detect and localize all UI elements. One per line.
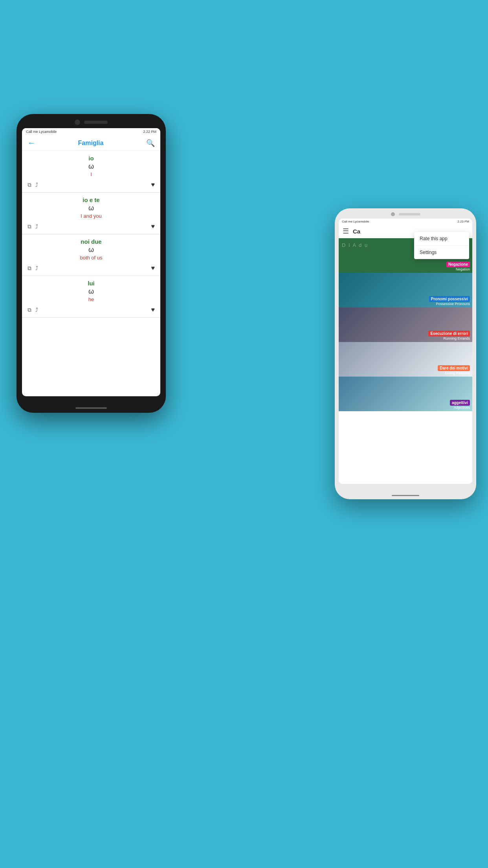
left-phone: Call me Lycamobile 2.22 PM ← Famiglia 🔍 …: [17, 114, 166, 413]
right-phone: Call me Lycamobile 2.23 PM ☰ Ca Rate thi…: [335, 208, 476, 499]
back-button-left[interactable]: ←: [28, 138, 35, 147]
vocab-italian-2: io e te: [28, 197, 155, 203]
dropdown-menu: Rate this app Settings: [414, 232, 469, 259]
share-icon-1[interactable]: ⤴: [35, 182, 38, 188]
vocab-script-3: ω: [28, 246, 155, 254]
vocab-english-4: he: [28, 296, 155, 302]
status-bar-left: Call me Lycamobile 2.22 PM: [22, 128, 160, 135]
category-english-esecuzione: Running Errands: [428, 337, 470, 340]
vocab-card-io-e-te: io e te ω I and you ⧉ ⤴ ♥: [22, 193, 160, 234]
status-bar-right: Call me Lycamobile 2.23 PM: [339, 219, 472, 224]
heart-icon-3[interactable]: ♥: [151, 265, 155, 272]
right-phone-screen: Call me Lycamobile 2.23 PM ☰ Ca Rate thi…: [339, 219, 472, 484]
copy-icon-4[interactable]: ⧉: [28, 307, 31, 313]
vocab-actions-2: ⧉ ⤴ ♥: [28, 221, 155, 232]
category-english-negazione: Negation: [446, 267, 470, 271]
category-english-aggettivi: Adjectives: [450, 406, 470, 410]
category-italian-dare: Dare dei motivi: [438, 365, 470, 371]
vocab-italian-3: noi due: [28, 238, 155, 245]
vocab-italian-4: lui: [28, 280, 155, 287]
category-label-esecuzione: Esecuzione di errori Running Errands: [426, 328, 472, 342]
category-italian-esecuzione: Esecuzione di errori: [428, 331, 470, 337]
rate-app-menu-item[interactable]: Rate this app: [414, 232, 469, 246]
category-english-pronomi: Possessive Pronouns: [429, 302, 470, 306]
category-label-negazione: Negazione Negation: [444, 259, 472, 273]
front-camera-right: [391, 212, 395, 216]
heart-icon-2[interactable]: ♥: [151, 223, 155, 230]
category-english-dare: Giving Reasons: [438, 371, 470, 375]
share-icon-3[interactable]: ⤴: [35, 265, 38, 271]
time-right: 2.23 PM: [457, 220, 469, 223]
copy-icon-2[interactable]: ⧉: [28, 223, 31, 230]
page-title-right: Ca: [353, 228, 360, 235]
heart-icon-4[interactable]: ♥: [151, 306, 155, 313]
copy-icon-3[interactable]: ⧉: [28, 265, 31, 272]
category-italian-aggettivi: aggettivi: [450, 400, 470, 406]
category-label-pronomi: Pronomi possessivi Possessive Pronouns: [427, 293, 472, 307]
vocab-english-3: both of us: [28, 255, 155, 261]
search-icon-left[interactable]: 🔍: [146, 139, 155, 147]
home-bar-right: [392, 495, 419, 496]
vocab-english-1: I: [28, 171, 155, 177]
right-phone-notch: [339, 212, 472, 216]
vocab-italian-1: io: [28, 155, 155, 162]
vocab-actions-1: ⧉ ⤴ ♥: [28, 180, 155, 190]
carrier-left: Call me Lycamobile: [26, 130, 57, 134]
vocab-card-io: io ω I ⧉ ⤴ ♥: [22, 151, 160, 193]
carrier-right: Call me Lycamobile: [342, 220, 369, 223]
page-title-left: Famiglia: [78, 140, 104, 147]
category-label-aggettivi: aggettivi Adjectives: [448, 397, 472, 411]
copy-icon-1[interactable]: ⧉: [28, 182, 31, 188]
category-aggettivi[interactable]: aggettivi Adjectives: [339, 377, 472, 411]
front-camera: [75, 120, 80, 125]
left-phone-screen: Call me Lycamobile 2.22 PM ← Famiglia 🔍 …: [22, 128, 160, 396]
vocab-actions-3: ⧉ ⤴ ♥: [28, 263, 155, 273]
left-phone-notch: [22, 120, 160, 125]
share-icon-4[interactable]: ⤴: [35, 307, 38, 313]
vocab-card-lui: lui ω he ⧉ ⤴ ♥: [22, 276, 160, 318]
hamburger-menu-icon[interactable]: ☰: [343, 227, 349, 235]
category-dare[interactable]: Dare dei motivi Giving Reasons: [339, 342, 472, 377]
settings-menu-item[interactable]: Settings: [414, 246, 469, 259]
vocab-script-4: ω: [28, 287, 155, 296]
app-header-left: ← Famiglia 🔍: [22, 135, 160, 151]
vocab-card-noi-due: noi due ω both of us ⧉ ⤴ ♥: [22, 234, 160, 276]
vocab-english-2: I and you: [28, 213, 155, 219]
share-icon-2[interactable]: ⤴: [35, 223, 38, 230]
vocab-script-1: ω: [28, 162, 155, 171]
vocab-actions-4: ⧉ ⤴ ♥: [28, 305, 155, 315]
category-label-dare: Dare dei motivi Giving Reasons: [435, 362, 472, 377]
home-bar-left: [75, 407, 107, 409]
category-esecuzione[interactable]: Esecuzione di errori Running Errands: [339, 307, 472, 342]
heart-icon-1[interactable]: ♥: [151, 181, 155, 188]
category-italian-pronomi: Pronomi possessivi: [429, 296, 470, 302]
earpiece: [84, 121, 108, 124]
time-left: 2.22 PM: [143, 130, 156, 134]
earpiece-right: [399, 213, 420, 215]
vocab-script-2: ω: [28, 204, 155, 212]
category-pronomi[interactable]: Pronomi possessivi Possessive Pronouns: [339, 273, 472, 307]
category-grid: Negazione Negation Pronomi possessivi Po…: [339, 238, 472, 411]
category-italian-negazione: Negazione: [446, 261, 470, 267]
